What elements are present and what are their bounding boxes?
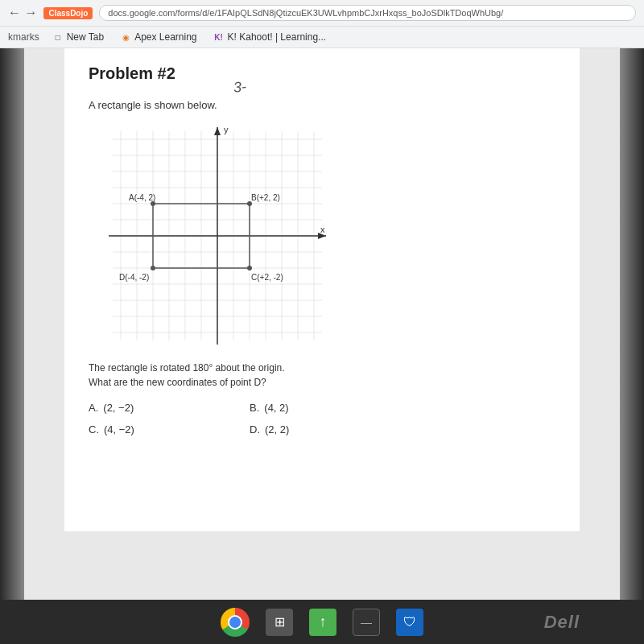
answer-choices: A. (2, −2) B. (4, 2) C. (4, −2) D. (2, 2…: [89, 402, 555, 436]
green-taskbar-icon[interactable]: ↑: [309, 609, 336, 636]
svg-text:B(+2, 2): B(+2, 2): [251, 193, 280, 202]
choice-c-label: C.: [89, 423, 99, 436]
problem-title: Problem #2: [89, 64, 555, 83]
laptop-bezel-right: [620, 48, 644, 640]
bookmark-new-tab[interactable]: □ New Tab: [49, 30, 107, 44]
coordinate-grid: y x A(-4, 2) B(+2, 2) C(+2, -2) D(-4, -2: [105, 123, 330, 349]
bookmark-apex-label: Apex Learning: [134, 31, 196, 43]
rotation-text-line1: The rectangle is rotated 180° about the …: [89, 361, 555, 375]
choice-d-label: D.: [250, 423, 260, 436]
choice-a[interactable]: A. (2, −2): [89, 402, 250, 414]
url-bar[interactable]: docs.google.com/forms/d/e/1FAIpQLSdN8jQt…: [99, 5, 636, 21]
laptop-bezel-left: [0, 48, 24, 640]
svg-text:y: y: [224, 125, 229, 134]
dark-taskbar-icon[interactable]: —: [353, 609, 380, 636]
dell-logo: Dell: [544, 612, 580, 633]
bookmark-kahoot[interactable]: K! K! Kahoot! | Learning...: [210, 30, 330, 44]
files-taskbar-icon[interactable]: ⊞: [266, 609, 293, 636]
bookmark-new-tab-label: New Tab: [67, 31, 104, 43]
choice-d-value: (2, 2): [265, 423, 289, 436]
choice-a-value: (2, −2): [103, 402, 134, 414]
nav-arrows[interactable]: ← →: [8, 6, 37, 20]
browser-chrome: ← → ClassDojo docs.google.com/forms/d/e/…: [0, 0, 644, 48]
choice-b-value: (4, 2): [264, 402, 288, 414]
choice-d[interactable]: D. (2, 2): [250, 423, 411, 436]
choice-c-value: (4, −2): [104, 423, 134, 436]
choice-b[interactable]: B. (4, 2): [250, 402, 411, 414]
content-wrapper: Problem #2 3- A rectangle is shown below…: [64, 48, 580, 531]
choice-c[interactable]: C. (4, −2): [89, 423, 250, 436]
apex-icon: ◉: [120, 31, 131, 43]
rotation-info: The rectangle is rotated 180° about the …: [89, 361, 555, 390]
taskbar: ⊞ ↑ — 🛡 Dell: [0, 600, 644, 644]
address-bar: ← → ClassDojo docs.google.com/forms/d/e/…: [0, 0, 644, 27]
svg-marker-28: [214, 127, 221, 135]
bookmark-kahoot-label: K! Kahoot! | Learning...: [228, 31, 327, 43]
security-taskbar-icon[interactable]: 🛡: [396, 609, 423, 636]
choice-b-label: B.: [250, 402, 259, 414]
chrome-taskbar-icon[interactable]: [221, 608, 250, 637]
classdojo-badge: ClassDojo: [43, 7, 93, 19]
svg-text:C(+2, -2): C(+2, -2): [251, 273, 283, 282]
new-tab-icon: □: [52, 31, 64, 43]
svg-text:x: x: [320, 225, 325, 234]
svg-point-35: [247, 266, 252, 270]
choice-a-label: A.: [89, 402, 98, 414]
bookmarks-bar: kmarks □ New Tab ◉ Apex Learning K! K! K…: [0, 27, 644, 48]
svg-text:D(-4, -2): D(-4, -2): [119, 273, 149, 282]
handwritten-annotation: 3-: [233, 78, 247, 96]
bookmarks-label: kmarks: [8, 31, 39, 43]
rotation-text-line2: What are the new coordinates of point D?: [89, 375, 555, 390]
problem-description: A rectangle is shown below.: [89, 99, 555, 111]
grid-svg: y x A(-4, 2) B(+2, 2) C(+2, -2) D(-4, -2: [105, 123, 330, 349]
page-content: Problem #2 3- A rectangle is shown below…: [0, 48, 644, 640]
svg-point-36: [151, 266, 155, 270]
svg-text:A(-4, 2): A(-4, 2): [129, 193, 155, 202]
bookmark-apex[interactable]: ◉ Apex Learning: [117, 30, 200, 44]
kahoot-icon: K!: [213, 31, 225, 43]
